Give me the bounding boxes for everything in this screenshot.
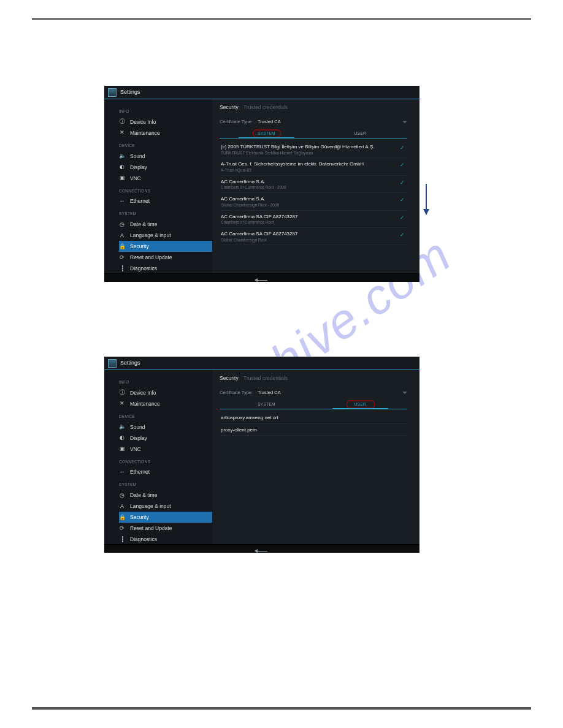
tab-system-label: SYSTEM	[258, 402, 275, 406]
sidebar-item-label: Security	[130, 243, 149, 249]
sidebar-item-vnc[interactable]: ▣VNC	[119, 444, 212, 455]
back-icon[interactable]	[256, 547, 267, 552]
sidebar-item-label: Display	[130, 164, 147, 170]
check-icon[interactable]: ✓	[400, 197, 406, 203]
cert-subtitle: Chambers of Commerce Root - 2008	[221, 185, 396, 190]
tab-user[interactable]: USER	[313, 129, 407, 138]
list-item[interactable]: (c) 2005 TÜRKTRUST Bilgi İletişim ve Bil…	[220, 141, 407, 158]
tabs: SYSTEM USER	[220, 400, 407, 409]
cert-list: (c) 2005 TÜRKTRUST Bilgi İletişim ve Bil…	[220, 141, 407, 245]
sidebar-item-label: Diagnostics	[130, 265, 157, 271]
language-input-icon: A	[119, 503, 125, 509]
app-title: Settings	[120, 89, 140, 96]
sidebar-item-label: Reset and Update	[130, 254, 172, 260]
tab-user-label: USER	[354, 402, 366, 406]
cert-subtitle: Global Chambersign Root - 2008	[221, 203, 396, 208]
display-icon: ◐	[119, 164, 125, 170]
list-item[interactable]: AC Camerfirma S.A.Chambers of Commerce R…	[220, 176, 407, 193]
sound-icon: 🔈	[119, 153, 125, 159]
settings-icon	[108, 88, 117, 97]
dropdown-icon	[402, 392, 407, 394]
crumb-title: Security	[220, 375, 239, 381]
sidebar-group-label: CONNECTIONS	[119, 460, 212, 464]
sidebar-item-label: VNC	[130, 446, 141, 452]
cert-list: articaproxy.amxeng.net.crtproxy-client.p…	[220, 412, 407, 436]
date-time-icon: ◷	[119, 492, 125, 498]
cert-name: AC Camerfirma S.A.	[221, 179, 396, 185]
screenshot-user-tab: Settings INFOⓘDevice Info✕MaintenanceDEV…	[104, 357, 419, 553]
sidebar-item-diagnostics[interactable]: ┇Diagnostics	[119, 534, 212, 545]
content-pane: Security Trusted credentials Certificate…	[212, 99, 419, 273]
sidebar-item-reset-update[interactable]: ⟳Reset and Update	[119, 252, 212, 263]
sidebar-item-vnc[interactable]: ▣VNC	[119, 173, 212, 184]
sidebar-item-ethernet[interactable]: ↔Ethernet	[119, 466, 212, 477]
navbar	[104, 273, 419, 282]
check-icon[interactable]: ✓	[400, 162, 406, 168]
sidebar-item-date-time[interactable]: ◷Date & time	[119, 490, 212, 501]
check-icon[interactable]: ✓	[400, 214, 406, 221]
sidebar-item-label: Maintenance	[130, 401, 160, 407]
sidebar-item-diagnostics[interactable]: ┇Diagnostics	[119, 263, 212, 274]
sidebar-item-display[interactable]: ◐Display	[119, 162, 212, 173]
breadcrumb: Security Trusted credentials	[220, 104, 407, 110]
sidebar-item-label: Ethernet	[130, 469, 150, 475]
cert-name: AC Camerfirma SA CIF A82743287	[221, 214, 396, 220]
list-item[interactable]: proxy-client.pem	[220, 424, 407, 436]
sidebar-item-reset-update[interactable]: ⟳Reset and Update	[119, 523, 212, 534]
tab-system[interactable]: SYSTEM	[220, 400, 313, 409]
sidebar-item-date-time[interactable]: ◷Date & time	[119, 219, 212, 230]
list-item[interactable]: AC Camerfirma S.A.Global Chambersign Roo…	[220, 193, 407, 210]
check-icon[interactable]: ✓	[400, 232, 406, 238]
tab-system[interactable]: SYSTEM	[220, 129, 313, 138]
app-title: Settings	[120, 360, 140, 366]
tab-system-label: SYSTEM	[258, 131, 275, 135]
list-item[interactable]: AC Camerfirma SA CIF A82743287Global Cha…	[220, 228, 407, 245]
cert-name: proxy-client.pem	[221, 427, 406, 433]
sidebar-item-sound[interactable]: 🔈Sound	[119, 151, 212, 162]
reset-update-icon: ⟳	[119, 525, 125, 531]
sidebar: INFOⓘDevice Info✕MaintenanceDEVICE🔈Sound…	[104, 370, 212, 544]
sidebar-item-security[interactable]: 🔒Security	[119, 512, 212, 523]
date-time-icon: ◷	[119, 221, 125, 227]
cert-name: AC Camerfirma S.A.	[221, 196, 396, 202]
sidebar-group-label: INFO	[119, 109, 212, 114]
cert-subtitle: Global Chambersign Root	[221, 238, 396, 243]
check-icon[interactable]: ✓	[400, 180, 406, 186]
sidebar-item-security[interactable]: 🔒Security	[119, 241, 212, 252]
page-top-rule	[32, 18, 531, 20]
reset-update-icon: ⟳	[119, 254, 125, 260]
list-item[interactable]: AC Camerfirma SA CIF A82743287Chambers o…	[220, 211, 407, 228]
sidebar-item-label: Diagnostics	[130, 536, 157, 542]
check-icon[interactable]: ✓	[400, 145, 406, 151]
page-bottom-rule	[32, 707, 531, 710]
cert-type-row[interactable]: Certificate Type: Trusted CA	[220, 390, 407, 395]
sidebar-item-sound[interactable]: 🔈Sound	[119, 422, 212, 433]
sidebar-item-maintenance[interactable]: ✕Maintenance	[119, 127, 212, 138]
screenshot-system-tab: Settings INFOⓘDevice Info✕MaintenanceDEV…	[104, 86, 419, 282]
sidebar-group-label: DEVICE	[119, 143, 212, 148]
sidebar-item-device-info[interactable]: ⓘDevice Info	[119, 116, 212, 127]
sidebar-item-maintenance[interactable]: ✕Maintenance	[119, 398, 212, 409]
sidebar-item-label: Device Info	[130, 390, 156, 396]
sidebar-item-language-input[interactable]: ALanguage & input	[119, 501, 212, 512]
diagnostics-icon: ┇	[119, 265, 125, 271]
sidebar-group-label: INFO	[119, 380, 212, 385]
sidebar-group-label: CONNECTIONS	[119, 189, 212, 194]
back-icon[interactable]	[256, 276, 267, 281]
sidebar-item-ethernet[interactable]: ↔Ethernet	[119, 195, 212, 207]
cert-subtitle: TÜRKTRUST Elektronik Sertifika Hizmet Sa…	[221, 151, 396, 156]
sidebar-item-display[interactable]: ◐Display	[119, 433, 212, 444]
cert-type-row[interactable]: Certificate Type: Trusted CA	[220, 119, 407, 124]
sidebar-group-label: SYSTEM	[119, 211, 212, 216]
cert-type-label: Certificate Type:	[220, 390, 253, 395]
sidebar-item-device-info[interactable]: ⓘDevice Info	[119, 387, 212, 398]
tab-user[interactable]: USER	[313, 400, 407, 409]
sidebar-item-language-input[interactable]: ALanguage & input	[119, 230, 212, 241]
sidebar-item-label: Language & input	[130, 503, 171, 509]
list-item[interactable]: A-Trust Ges. f. Sicherheitssysteme im el…	[220, 158, 407, 175]
list-item[interactable]: articaproxy.amxeng.net.crt	[220, 412, 407, 424]
language-input-icon: A	[119, 232, 125, 238]
sidebar-item-label: Security	[130, 514, 149, 520]
cert-type-label: Certificate Type:	[220, 119, 253, 124]
cert-name: articaproxy.amxeng.net.crt	[221, 415, 406, 421]
